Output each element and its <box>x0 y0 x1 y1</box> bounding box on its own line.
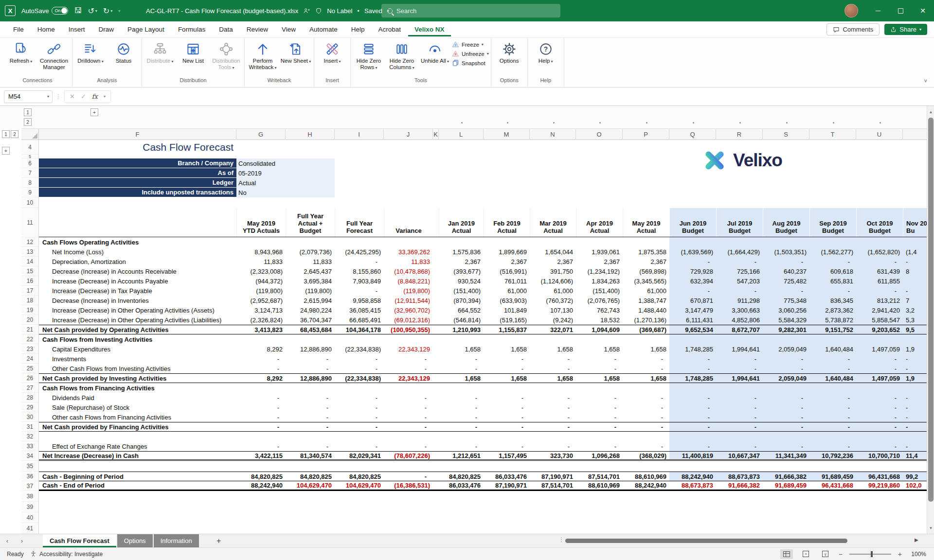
row-header-15[interactable]: 15 <box>21 266 38 276</box>
cell[interactable]: 1,994,641 <box>716 344 763 354</box>
cell[interactable]: (10,478,868) <box>384 266 433 276</box>
cell[interactable]: 1,658 <box>576 374 623 383</box>
cell[interactable]: 82,029,341 <box>335 452 384 459</box>
cell[interactable]: - <box>484 402 530 412</box>
cell[interactable] <box>669 432 716 441</box>
row-label-cell[interactable]: Net Cash provided by Investing Activitie… <box>39 374 236 383</box>
restore-button[interactable] <box>889 0 912 21</box>
cell[interactable]: 104,629,470 <box>286 481 335 490</box>
page-break-view-button[interactable]: ╥ <box>819 549 832 559</box>
cell[interactable]: - <box>856 286 903 296</box>
cell[interactable]: - <box>716 422 763 431</box>
cell[interactable] <box>763 237 809 247</box>
cell[interactable]: 88,673,873 <box>716 472 763 481</box>
cell[interactable]: 813,212 <box>856 296 903 305</box>
cell[interactable]: 775,348 <box>763 296 809 305</box>
quick-access-chevron-icon[interactable]: ▿ <box>118 9 120 13</box>
cell[interactable]: - <box>335 393 384 402</box>
sheet-tab-cash-flow-forecast[interactable]: Cash Flow Forecast <box>43 534 116 547</box>
row-header-29[interactable]: 29 <box>21 402 38 412</box>
cell[interactable] <box>335 237 384 247</box>
cell[interactable]: - <box>576 364 623 373</box>
column-header-M[interactable]: M <box>484 129 530 140</box>
cell[interactable]: - <box>669 402 716 412</box>
cell[interactable]: 88,242,940 <box>623 481 669 490</box>
cell[interactable] <box>530 432 576 441</box>
cell[interactable]: 11,341,349 <box>763 452 809 459</box>
cell[interactable] <box>286 432 335 441</box>
cell[interactable]: 1,497,059 <box>856 344 903 354</box>
cell[interactable] <box>484 432 530 441</box>
cell[interactable]: 9,203,652 <box>856 325 903 334</box>
cell[interactable]: (1,639,569) <box>669 247 716 257</box>
cell[interactable] <box>335 383 384 393</box>
cell[interactable]: - <box>286 364 335 373</box>
column-header-I[interactable]: I <box>335 129 384 140</box>
cell[interactable]: 632,394 <box>669 276 716 286</box>
cell[interactable]: - <box>484 364 530 373</box>
row-header-35[interactable]: 35 <box>21 461 38 472</box>
cell[interactable]: (2,326,824) <box>236 315 286 325</box>
cell[interactable]: 2,941,420 <box>856 305 903 315</box>
cell[interactable] <box>484 334 530 344</box>
collapse-ribbon-icon[interactable]: ˅ <box>924 78 927 84</box>
column-header-K[interactable]: K <box>433 129 439 140</box>
cell[interactable]: 725,166 <box>716 266 763 276</box>
cell[interactable] <box>716 334 763 344</box>
cell[interactable]: 87,190,971 <box>530 472 576 481</box>
cell[interactable]: - <box>530 393 576 402</box>
cell[interactable]: 84,820,825 <box>286 472 335 481</box>
cancel-icon[interactable]: ✕ <box>70 93 75 100</box>
row-label-cell[interactable]: Net Cash provided by Operating Activitie… <box>39 325 236 334</box>
menu-tab-draw[interactable]: Draw <box>92 22 121 36</box>
cell[interactable] <box>484 383 530 393</box>
cell[interactable]: - <box>439 354 484 364</box>
ribbon-button-unhide-all[interactable]: Unhide All <box>419 39 451 65</box>
cell[interactable]: 5,858,547 <box>856 315 903 325</box>
row-label-cell[interactable]: Effect of Exchange Rate Changes <box>39 441 236 451</box>
cell[interactable]: - <box>384 422 433 431</box>
cell[interactable]: 5,584,329 <box>763 315 809 325</box>
cell[interactable]: 1,658 <box>484 374 530 383</box>
cell[interactable] <box>856 334 903 344</box>
row-header-19[interactable]: 19 <box>21 305 38 315</box>
cell[interactable]: - <box>484 441 530 451</box>
cell[interactable]: - <box>716 393 763 402</box>
cell[interactable]: (1,562,277) <box>809 247 856 257</box>
row-label-cell[interactable]: Increase (Decrease) in Other Operating A… <box>39 305 236 315</box>
cell[interactable] <box>286 334 335 344</box>
ribbon-button-status[interactable]: Status <box>108 39 140 64</box>
menu-tab-file[interactable]: File <box>7 22 30 36</box>
cell[interactable]: 7,903,849 <box>335 276 384 286</box>
cell[interactable]: 1,875,358 <box>623 247 669 257</box>
cell[interactable]: - <box>576 412 623 422</box>
cell[interactable]: 3,124,713 <box>236 305 286 315</box>
row-header-22[interactable]: 22 <box>21 334 38 344</box>
cell[interactable]: - <box>439 441 484 451</box>
cell[interactable]: 611,855 <box>856 276 903 286</box>
cell[interactable]: - <box>716 441 763 451</box>
cell[interactable]: - <box>623 354 669 364</box>
cell[interactable]: 84,820,825 <box>335 472 384 481</box>
table-column-header[interactable]: Oct 2019 Budget <box>856 208 903 237</box>
cell[interactable] <box>856 432 903 441</box>
row-label-cell[interactable]: Increase (Decrease) in Other Operating A… <box>39 315 236 325</box>
cell[interactable]: 1,658 <box>623 344 669 354</box>
row-label-cell[interactable]: Other Cash Flows from Investing Activiti… <box>39 364 236 373</box>
cell[interactable]: - <box>716 286 763 296</box>
cell[interactable] <box>716 432 763 441</box>
cell[interactable]: 1,994,641 <box>716 374 763 383</box>
sheet-nav-left-icon[interactable]: ‹ <box>0 537 15 544</box>
vertical-scrollbar[interactable]: ▲ ▼ <box>927 106 934 534</box>
cell[interactable]: 1,640,484 <box>809 374 856 383</box>
table-column-header[interactable]: Apr 2019 Actual <box>576 208 623 237</box>
row-header-23[interactable]: 23 <box>21 344 38 354</box>
info-value-cell[interactable]: Actual <box>236 178 335 188</box>
cell[interactable]: - <box>286 402 335 412</box>
row-outline-level-1-button[interactable]: 1 <box>24 108 32 116</box>
cell[interactable]: 11,833 <box>286 257 335 266</box>
cell[interactable]: 4,852,806 <box>716 315 763 325</box>
cell[interactable] <box>623 383 669 393</box>
cell[interactable]: 1,939,061 <box>576 247 623 257</box>
row-label-cell[interactable]: Cash Flows from Investing Activities <box>39 334 236 344</box>
